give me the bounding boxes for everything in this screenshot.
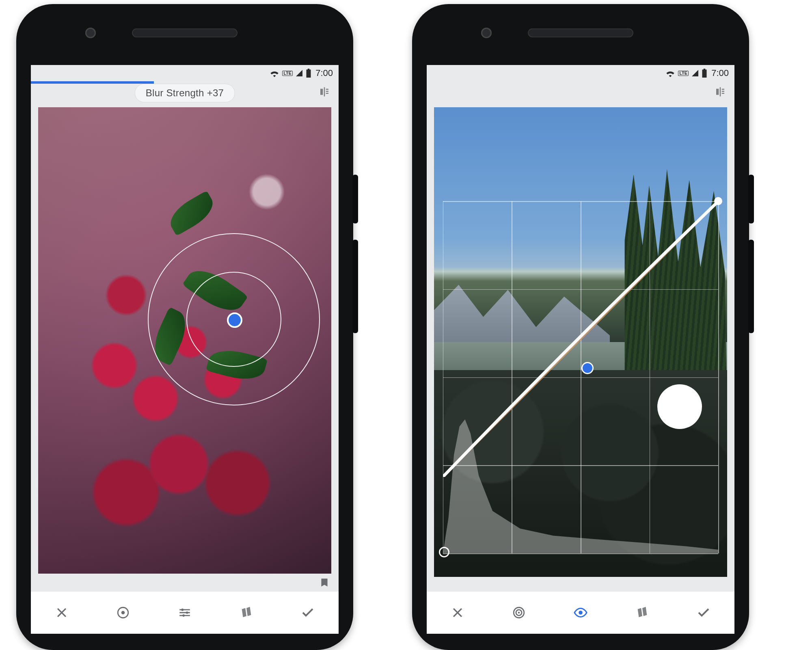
svg-point-1 <box>121 611 125 615</box>
footer-strip <box>31 574 339 592</box>
styles-button[interactable] <box>233 600 259 626</box>
focus-shape-button[interactable] <box>110 600 136 626</box>
clock: 7:00 <box>315 68 333 78</box>
wifi-icon <box>665 69 676 77</box>
adjust-button[interactable] <box>172 600 198 626</box>
view-button[interactable] <box>568 600 594 626</box>
clock: 7:00 <box>711 68 729 78</box>
battery-icon <box>702 69 707 78</box>
svg-point-2 <box>181 609 184 611</box>
front-camera <box>481 28 492 38</box>
signal-icon <box>295 69 303 77</box>
status-bar: LTE 7:00 <box>31 65 339 81</box>
signal-icon <box>691 69 699 77</box>
phone-bezel <box>412 4 749 65</box>
styles-button[interactable] <box>629 600 655 626</box>
compare-icon[interactable] <box>713 85 727 99</box>
status-bar: LTE 7:00 <box>427 65 734 81</box>
screen-left: LTE 7:00 Blur Strength +37 <box>31 65 339 634</box>
power-button <box>748 175 754 223</box>
channel-button[interactable] <box>506 600 532 626</box>
svg-point-8 <box>579 611 583 615</box>
blur-center-handle[interactable] <box>227 312 242 328</box>
bottom-toolbar <box>427 591 734 634</box>
volume-button <box>748 240 754 333</box>
svg-point-4 <box>182 614 185 617</box>
speaker-grille <box>132 28 238 37</box>
slider-value-pill: Blur Strength +37 <box>135 84 235 102</box>
phone-right: LTE 7:00 <box>412 4 749 650</box>
volume-button <box>352 240 358 333</box>
apply-button[interactable] <box>691 600 717 626</box>
top-toolbar <box>427 81 734 102</box>
touch-indicator <box>657 384 702 429</box>
svg-point-7 <box>518 612 520 614</box>
image-canvas[interactable] <box>434 107 727 577</box>
wifi-icon <box>269 69 280 77</box>
lte-indicator: LTE <box>282 71 293 76</box>
front-camera <box>85 28 96 38</box>
battery-icon <box>306 69 311 78</box>
bookmark-icon[interactable] <box>317 576 331 589</box>
bottom-toolbar <box>31 591 339 634</box>
speaker-grille <box>528 28 633 37</box>
apply-button[interactable] <box>295 600 321 626</box>
image-canvas[interactable] <box>38 107 331 577</box>
curve-line[interactable] <box>443 201 719 477</box>
cancel-button[interactable] <box>49 600 75 626</box>
phone-left: LTE 7:00 Blur Strength +37 <box>16 4 353 650</box>
lte-indicator: LTE <box>678 71 689 76</box>
power-button <box>352 175 358 223</box>
cancel-button[interactable] <box>445 600 471 626</box>
phone-bezel <box>16 4 353 65</box>
curve-point-mid[interactable] <box>581 362 594 374</box>
slider-track[interactable] <box>31 81 154 84</box>
svg-point-3 <box>186 611 188 614</box>
screen-right: LTE 7:00 <box>427 65 734 634</box>
top-toolbar: Blur Strength +37 <box>31 81 339 102</box>
compare-icon[interactable] <box>317 85 331 99</box>
curve-point-shadow[interactable] <box>439 547 449 557</box>
curves-overlay[interactable] <box>443 201 719 553</box>
